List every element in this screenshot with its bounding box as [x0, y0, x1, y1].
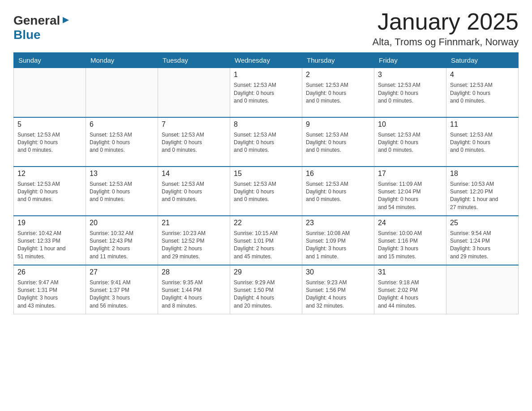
- day-of-week-header: Thursday: [302, 53, 374, 68]
- day-number: 14: [162, 170, 226, 178]
- calendar-day-cell: 2Sunset: 12:53 AM Daylight: 0 hours and …: [302, 68, 374, 117]
- day-info: Sunrise: 10:53 AM Sunset: 12:20 PM Dayli…: [450, 180, 515, 212]
- calendar-day-cell: 16Sunset: 12:53 AM Daylight: 0 hours and…: [302, 167, 374, 216]
- day-number: 8: [234, 120, 298, 128]
- calendar-day-cell: 27Sunrise: 9:41 AM Sunset: 1:37 PM Dayli…: [86, 265, 158, 314]
- day-info: Sunset: 12:53 AM Daylight: 0 hours and 0…: [306, 180, 370, 204]
- calendar-day-cell: 14Sunset: 12:53 AM Daylight: 0 hours and…: [158, 167, 230, 216]
- day-info: Sunset: 12:53 AM Daylight: 0 hours and 0…: [234, 180, 298, 204]
- day-info: Sunrise: 9:41 AM Sunset: 1:37 PM Dayligh…: [90, 279, 154, 310]
- day-number: 15: [234, 170, 298, 178]
- day-info: Sunrise: 10:42 AM Sunset: 12:33 PM Dayli…: [17, 230, 82, 261]
- day-number: 28: [162, 268, 226, 276]
- day-info: Sunrise: 9:35 AM Sunset: 1:44 PM Dayligh…: [162, 279, 226, 310]
- calendar-day-cell: [158, 68, 230, 117]
- calendar-day-cell: 6Sunset: 12:53 AM Daylight: 0 hours and …: [86, 117, 158, 167]
- day-number: 18: [450, 170, 515, 178]
- day-number: 22: [234, 219, 298, 227]
- calendar-week-row: 19Sunrise: 10:42 AM Sunset: 12:33 PM Day…: [14, 216, 519, 265]
- day-info: Sunset: 12:53 AM Daylight: 0 hours and 0…: [378, 131, 442, 154]
- calendar-day-cell: [86, 68, 158, 117]
- calendar-day-cell: 13Sunset: 12:53 AM Daylight: 0 hours and…: [86, 167, 158, 216]
- day-of-week-header: Tuesday: [158, 53, 230, 68]
- location-subtitle: Alta, Troms og Finnmark, Norway: [373, 36, 519, 48]
- calendar-day-cell: 1Sunset: 12:53 AM Daylight: 0 hours and …: [230, 68, 302, 117]
- day-info: Sunset: 12:53 AM Daylight: 0 hours and 0…: [17, 131, 82, 154]
- day-info: Sunrise: 10:00 AM Sunset: 1:16 PM Daylig…: [378, 230, 442, 261]
- calendar-day-cell: 21Sunrise: 10:23 AM Sunset: 12:52 PM Day…: [158, 216, 230, 265]
- day-number: 27: [90, 268, 154, 276]
- day-info: Sunset: 12:53 AM Daylight: 0 hours and 0…: [162, 131, 226, 154]
- calendar-day-cell: 11Sunset: 12:53 AM Daylight: 0 hours and…: [446, 117, 519, 167]
- logo: General Blue: [13, 13, 71, 42]
- calendar-day-cell: 20Sunrise: 10:32 AM Sunset: 12:43 PM Day…: [86, 216, 158, 265]
- day-number: 10: [378, 120, 442, 128]
- day-number: 24: [378, 219, 442, 227]
- calendar-day-cell: 18Sunrise: 10:53 AM Sunset: 12:20 PM Day…: [446, 167, 519, 216]
- calendar-day-cell: 22Sunrise: 10:15 AM Sunset: 1:01 PM Dayl…: [230, 216, 302, 265]
- day-number: 31: [378, 268, 442, 276]
- day-info: Sunrise: 10:15 AM Sunset: 1:01 PM Daylig…: [234, 230, 298, 261]
- calendar-day-cell: 15Sunset: 12:53 AM Daylight: 0 hours and…: [230, 167, 302, 216]
- calendar-day-cell: 9Sunset: 12:53 AM Daylight: 0 hours and …: [302, 117, 374, 167]
- calendar-day-cell: 5Sunset: 12:53 AM Daylight: 0 hours and …: [14, 117, 86, 167]
- day-info: Sunset: 12:53 AM Daylight: 0 hours and 0…: [306, 81, 370, 105]
- calendar-table: SundayMondayTuesdayWednesdayThursdayFrid…: [13, 52, 519, 314]
- day-info: Sunset: 12:53 AM Daylight: 0 hours and 0…: [234, 131, 298, 154]
- calendar-day-cell: [446, 265, 519, 314]
- calendar-week-row: 5Sunset: 12:53 AM Daylight: 0 hours and …: [14, 117, 519, 167]
- day-info: Sunset: 12:53 AM Daylight: 0 hours and 0…: [450, 131, 515, 154]
- day-number: 2: [306, 71, 370, 79]
- header-right: January 2025 Alta, Troms og Finnmark, No…: [373, 9, 519, 48]
- day-info: Sunset: 12:53 AM Daylight: 0 hours and 0…: [450, 81, 515, 105]
- day-of-week-header: Monday: [86, 53, 158, 68]
- day-info: Sunrise: 10:32 AM Sunset: 12:43 PM Dayli…: [90, 230, 154, 261]
- calendar-day-cell: 29Sunrise: 9:29 AM Sunset: 1:50 PM Dayli…: [230, 265, 302, 314]
- calendar-day-cell: 25Sunrise: 9:54 AM Sunset: 1:24 PM Dayli…: [446, 216, 519, 265]
- calendar-day-cell: 23Sunrise: 10:08 AM Sunset: 1:09 PM Dayl…: [302, 216, 374, 265]
- day-number: 12: [17, 170, 82, 178]
- logo-triangle-icon: [61, 15, 71, 25]
- calendar-day-cell: 7Sunset: 12:53 AM Daylight: 0 hours and …: [158, 117, 230, 167]
- day-number: 4: [450, 71, 515, 79]
- day-number: 1: [234, 71, 298, 79]
- day-number: 25: [450, 219, 515, 227]
- calendar-day-cell: 17Sunrise: 11:09 AM Sunset: 12:04 PM Day…: [374, 167, 446, 216]
- calendar-day-cell: 4Sunset: 12:53 AM Daylight: 0 hours and …: [446, 68, 519, 117]
- month-year-title: January 2025: [373, 9, 519, 34]
- day-info: Sunset: 12:53 AM Daylight: 0 hours and 0…: [378, 81, 442, 105]
- page-header: General Blue January 2025 Alta, Troms og…: [13, 9, 519, 48]
- day-number: 21: [162, 219, 226, 227]
- calendar-day-cell: 3Sunset: 12:53 AM Daylight: 0 hours and …: [374, 68, 446, 117]
- day-number: 17: [378, 170, 442, 178]
- day-number: 3: [378, 71, 442, 79]
- calendar-day-cell: 30Sunrise: 9:23 AM Sunset: 1:56 PM Dayli…: [302, 265, 374, 314]
- day-number: 26: [17, 268, 82, 276]
- day-number: 9: [306, 120, 370, 128]
- calendar-day-cell: 31Sunrise: 9:18 AM Sunset: 2:02 PM Dayli…: [374, 265, 446, 314]
- day-info: Sunrise: 9:54 AM Sunset: 1:24 PM Dayligh…: [450, 230, 515, 261]
- day-of-week-header: Wednesday: [230, 53, 302, 68]
- logo-general: General: [13, 13, 60, 28]
- day-number: 16: [306, 170, 370, 178]
- calendar-day-cell: [14, 68, 86, 117]
- calendar-header-row: SundayMondayTuesdayWednesdayThursdayFrid…: [14, 53, 519, 68]
- day-number: 11: [450, 120, 515, 128]
- day-of-week-header: Sunday: [14, 53, 86, 68]
- day-number: 13: [90, 170, 154, 178]
- calendar-day-cell: 28Sunrise: 9:35 AM Sunset: 1:44 PM Dayli…: [158, 265, 230, 314]
- day-info: Sunset: 12:53 AM Daylight: 0 hours and 0…: [90, 131, 154, 154]
- day-number: 7: [162, 120, 226, 128]
- calendar-week-row: 26Sunrise: 9:47 AM Sunset: 1:31 PM Dayli…: [14, 265, 519, 314]
- calendar-week-row: 12Sunset: 12:53 AM Daylight: 0 hours and…: [14, 167, 519, 216]
- day-info: Sunrise: 9:47 AM Sunset: 1:31 PM Dayligh…: [17, 279, 82, 310]
- day-info: Sunset: 12:53 AM Daylight: 0 hours and 0…: [17, 180, 82, 204]
- day-info: Sunset: 12:53 AM Daylight: 0 hours and 0…: [90, 180, 154, 204]
- day-info: Sunset: 12:53 AM Daylight: 0 hours and 0…: [162, 180, 226, 204]
- day-of-week-header: Friday: [374, 53, 446, 68]
- day-of-week-header: Saturday: [446, 53, 519, 68]
- calendar-week-row: 1Sunset: 12:53 AM Daylight: 0 hours and …: [14, 68, 519, 117]
- day-info: Sunset: 12:53 AM Daylight: 0 hours and 0…: [306, 131, 370, 154]
- calendar-day-cell: 24Sunrise: 10:00 AM Sunset: 1:16 PM Dayl…: [374, 216, 446, 265]
- day-info: Sunrise: 10:23 AM Sunset: 12:52 PM Dayli…: [162, 230, 226, 261]
